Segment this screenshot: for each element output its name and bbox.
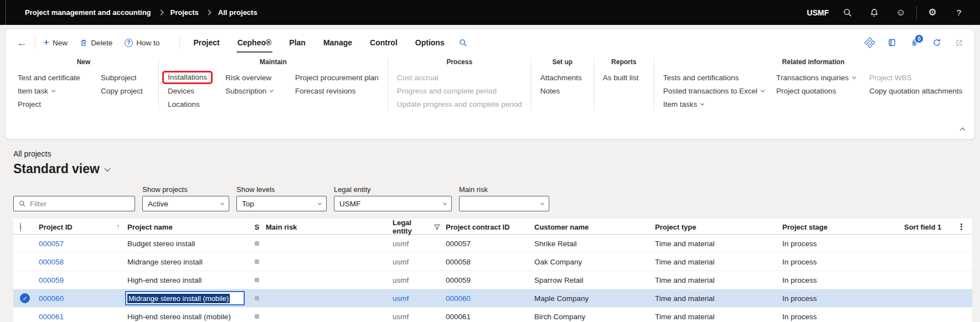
contract-id-link[interactable]: 000060 [446, 294, 471, 303]
ribbon-item-notes[interactable]: Notes [540, 84, 585, 97]
new-button-label: New [53, 39, 68, 47]
column-options-icon[interactable]: ⋮ [957, 222, 966, 232]
legal-entity-link[interactable]: usmf [393, 294, 409, 303]
ribbon-item-posted-transactions-to-excel[interactable]: Posted transactions to Excel [663, 84, 764, 97]
status-square-icon [255, 278, 259, 282]
how-to-button[interactable]: ? How to [125, 39, 159, 47]
feedback-button[interactable]: ☺ [888, 0, 914, 25]
ribbon-item-devices[interactable]: Devices [168, 84, 213, 97]
delete-button[interactable]: Delete [80, 39, 112, 47]
project-id-link[interactable]: 000058 [39, 258, 64, 266]
ribbon-item-update-progress-and-complete-period: Update progress and complete period [397, 97, 522, 111]
column-header-project-contract-id[interactable]: Project contract ID [440, 223, 529, 231]
project-name-edit-input[interactable]: Midrange stereo install (mobile) [125, 291, 245, 305]
project-type-cell: Time and material [651, 294, 778, 303]
column-header-project-name[interactable]: Project name [127, 223, 249, 231]
chevron-down-icon [443, 201, 447, 205]
row-checkbox-checked[interactable]: ✓ [20, 293, 30, 303]
tab-cepheo[interactable]: Cepheo® [238, 38, 272, 47]
show-projects-dropdown[interactable]: Active [142, 196, 229, 211]
collapse-flyout-button[interactable] [961, 124, 964, 134]
chevron-down-icon [761, 88, 765, 92]
ribbon-item-tests-and-certifications[interactable]: Tests and certifications [663, 71, 764, 84]
ribbon-item-subproject[interactable]: Subproject [101, 71, 149, 84]
ribbon-item-subscription[interactable]: Subscription [225, 84, 283, 97]
ribbon-group-maintain: Maintain Installations Devices Locations… [159, 58, 388, 111]
project-id-link[interactable]: 000057 [39, 240, 64, 248]
column-header-sort-field-1[interactable]: Sort field 1 ⋮ [900, 222, 972, 232]
ribbon-item-project[interactable]: Project [18, 97, 89, 111]
settings-button[interactable]: ⚙ [919, 0, 946, 25]
gear-icon: ⚙ [928, 7, 936, 18]
table-row[interactable]: 000058 Midrange stereo install usmf 0000… [13, 253, 972, 271]
breadcrumb-page: All projects [218, 8, 257, 17]
column-header-project-type[interactable]: Project type [651, 223, 778, 231]
column-header-project-id[interactable]: Project ID ↑ [39, 223, 127, 231]
project-name-cell[interactable]: Budget stereo install [127, 240, 249, 248]
filter-label: Show levels [236, 185, 327, 194]
view-switcher-icon[interactable] [864, 37, 875, 48]
ribbon-item-locations[interactable]: Locations [168, 97, 213, 111]
actionbar-search-icon[interactable] [459, 39, 467, 47]
ribbon-item-progress-and-complete-period: Progress and complete period [397, 84, 522, 97]
ribbon-item-copy-quotation-attachments[interactable]: Copy quotation attachments [869, 84, 963, 97]
filter-label: Show projects [142, 185, 229, 194]
tab-control[interactable]: Control [370, 38, 398, 47]
selected-text: Midrange stereo install (mobile) [127, 294, 230, 303]
tab-options[interactable]: Options [415, 38, 445, 47]
search-button[interactable] [834, 0, 861, 25]
ribbon-item-item-task[interactable]: Item task [18, 84, 89, 97]
column-header-customer-name[interactable]: Customer name [529, 223, 651, 231]
select-all-checkbox[interactable] [20, 222, 21, 232]
table-row[interactable]: 000061 High-end stereo install (mobile) … [13, 308, 972, 322]
main-risk-dropdown[interactable] [459, 196, 549, 211]
ribbon-item-project-quotations[interactable]: Project quotations [776, 84, 857, 97]
chevron-right-icon [158, 10, 163, 15]
back-button[interactable]: ← [17, 38, 27, 48]
ribbon-item-item-tasks[interactable]: Item tasks [663, 97, 764, 111]
ribbon-item-as-built-list[interactable]: As built list [603, 71, 645, 84]
show-levels-dropdown[interactable]: Top [236, 196, 327, 211]
ribbon-item-risk-overview[interactable]: Risk overview [225, 71, 283, 84]
action-pane: ← + New Delete ? How to Project Cepheo® … [5, 29, 975, 139]
project-id-link[interactable]: 000060 [39, 294, 64, 303]
sort-ascending-icon: ↑ [116, 223, 120, 231]
project-name-cell[interactable]: High-end stereo install [127, 276, 249, 284]
ribbon-item-attachments[interactable]: Attachments [540, 71, 585, 84]
table-row-selected[interactable]: ✓ 000060 Midrange stereo install (mobile… [13, 289, 972, 308]
column-header-legal-entity[interactable]: Legal entity [388, 219, 440, 235]
column-header-s[interactable]: S [249, 223, 265, 231]
group-title: New [18, 58, 149, 66]
column-header-project-stage[interactable]: Project stage [778, 223, 900, 231]
filter-label: Legal entity [334, 185, 452, 194]
project-name-cell[interactable]: Midrange stereo install [127, 258, 249, 266]
tab-plan[interactable]: Plan [289, 38, 306, 47]
breadcrumb-area[interactable]: Projects [171, 8, 199, 17]
help-button[interactable]: ? [946, 0, 972, 25]
view-selector-chevron-icon[interactable] [104, 165, 110, 171]
project-id-link[interactable]: 000061 [39, 313, 64, 321]
notifications-button[interactable] [861, 0, 888, 25]
ribbon-item-forecast-revisions[interactable]: Forecast revisions [295, 84, 379, 97]
company-picker[interactable]: USMF [807, 8, 829, 17]
legal-entity-dropdown[interactable]: USMF [334, 196, 452, 211]
ribbon-item-transactions-inquiries[interactable]: Transactions inquiries [776, 71, 857, 84]
project-id-link[interactable]: 000059 [39, 276, 64, 284]
refresh-icon[interactable] [932, 38, 941, 47]
table-row[interactable]: 000059 High-end stereo install usmf 0000… [13, 271, 972, 289]
table-row[interactable]: 000057 Budget stereo install usmf 000057… [13, 235, 972, 253]
quick-filter-input[interactable]: Filter [13, 196, 135, 211]
new-button[interactable]: + New [43, 39, 68, 47]
book-icon[interactable] [888, 38, 896, 47]
project-name-cell[interactable]: High-end stereo install (mobile) [127, 313, 249, 321]
tab-manage[interactable]: Manage [323, 38, 352, 47]
breadcrumb-module[interactable]: Project management and accounting [25, 8, 151, 17]
ribbon-item-test-and-certificate[interactable]: Test and certificate [18, 71, 89, 84]
chevron-down-icon [318, 201, 322, 205]
attachments-button[interactable]: 0 [910, 38, 919, 47]
tab-project[interactable]: Project [193, 38, 219, 47]
ribbon-item-copy-project[interactable]: Copy project [101, 84, 149, 97]
column-header-main-risk[interactable]: Main risk [265, 223, 388, 231]
ribbon-item-project-procurement-plan[interactable]: Project procurement plan [295, 71, 379, 84]
ribbon-item-installations[interactable]: Installations [168, 71, 213, 84]
